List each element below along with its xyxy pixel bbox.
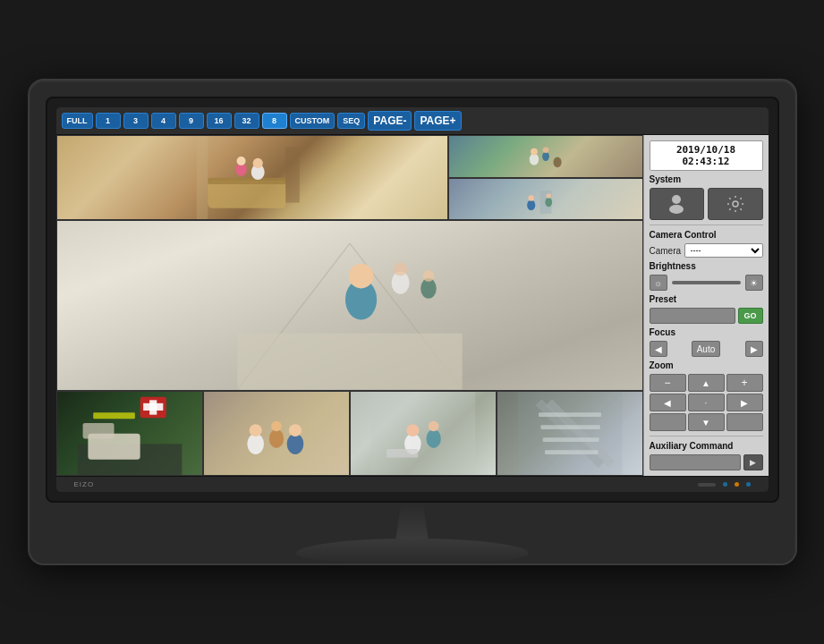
svg-rect-45 bbox=[387, 449, 418, 457]
svg-point-11 bbox=[531, 148, 538, 156]
camera-cell-5[interactable] bbox=[56, 391, 203, 476]
svg-point-39 bbox=[288, 424, 301, 436]
svg-rect-33 bbox=[93, 412, 135, 419]
svg-point-37 bbox=[249, 424, 261, 436]
screen: FULL 1 3 4 9 16 32 8 CUSTOM SEQ PAGE- PA… bbox=[56, 107, 769, 492]
svg-rect-48 bbox=[517, 392, 622, 475]
zoom-center-button[interactable]: · bbox=[688, 394, 725, 411]
svg-point-12 bbox=[542, 147, 548, 153]
focus-auto-button[interactable]: Auto bbox=[692, 341, 720, 357]
layout-32-button[interactable]: 32 bbox=[234, 113, 259, 129]
toolbar: FULL 1 3 4 9 16 32 8 CUSTOM SEQ PAGE- PA… bbox=[56, 107, 769, 135]
camera-cell-2[interactable] bbox=[56, 220, 643, 391]
svg-rect-50 bbox=[540, 425, 599, 429]
svg-rect-51 bbox=[542, 437, 599, 442]
svg-point-15 bbox=[545, 197, 552, 206]
camera-cell-1[interactable] bbox=[56, 135, 448, 220]
svg-point-9 bbox=[542, 152, 549, 161]
svg-point-26 bbox=[422, 271, 434, 283]
auxiliary-send-button[interactable]: ▶ bbox=[743, 454, 763, 470]
svg-point-36 bbox=[286, 433, 303, 453]
svg-point-53 bbox=[672, 195, 681, 204]
zoom-tele-button[interactable] bbox=[650, 413, 686, 431]
layout-3-button[interactable]: 3 bbox=[123, 113, 149, 129]
brightness-controls: ☼ ☀ bbox=[650, 275, 763, 291]
layout-8-button[interactable]: 8 bbox=[262, 113, 287, 129]
camera-cell-3[interactable] bbox=[448, 135, 643, 178]
indicator-blue2 bbox=[746, 482, 751, 487]
svg-point-5 bbox=[252, 158, 262, 168]
system-buttons bbox=[650, 188, 763, 220]
divider-1 bbox=[650, 225, 763, 225]
svg-point-3 bbox=[236, 157, 245, 165]
zoom-in-button[interactable]: + bbox=[726, 374, 763, 392]
svg-point-14 bbox=[527, 199, 535, 210]
preset-input[interactable] bbox=[650, 308, 735, 324]
bottom-indicators bbox=[698, 482, 751, 487]
brightness-up-button[interactable]: ☀ bbox=[745, 275, 763, 291]
brightness-down-button[interactable]: ☼ bbox=[650, 275, 667, 291]
system-label: System bbox=[650, 174, 763, 184]
layout-1-button[interactable]: 1 bbox=[96, 113, 121, 129]
camera-cell-6[interactable] bbox=[203, 391, 350, 476]
zoom-left-button[interactable]: ◀ bbox=[650, 394, 686, 411]
focus-near-button[interactable]: ◀ bbox=[650, 341, 667, 357]
svg-point-42 bbox=[426, 429, 440, 448]
layout-4-button[interactable]: 4 bbox=[151, 113, 176, 129]
camera-cell-8[interactable] bbox=[497, 391, 643, 476]
svg-point-34 bbox=[247, 433, 264, 453]
svg-rect-49 bbox=[539, 412, 601, 417]
svg-rect-52 bbox=[545, 450, 598, 454]
screen-bezel: FULL 1 3 4 9 16 32 8 CUSTOM SEQ PAGE- PA… bbox=[46, 97, 779, 503]
focus-far-button[interactable]: ▶ bbox=[745, 341, 763, 357]
camera-label: Camera bbox=[650, 246, 682, 256]
svg-rect-29 bbox=[82, 423, 114, 438]
auxiliary-input[interactable] bbox=[650, 454, 741, 470]
indicator-orange bbox=[735, 482, 739, 487]
user-button[interactable] bbox=[650, 188, 705, 220]
svg-point-44 bbox=[428, 420, 438, 431]
auxiliary-command-label: Auxiliary Command bbox=[650, 441, 763, 451]
svg-rect-20 bbox=[237, 334, 462, 390]
svg-point-17 bbox=[546, 193, 550, 198]
monitor-base bbox=[296, 538, 529, 564]
zoom-up-button[interactable]: ▲ bbox=[688, 374, 725, 392]
svg-point-43 bbox=[406, 424, 419, 436]
svg-point-55 bbox=[733, 201, 738, 207]
settings-button[interactable] bbox=[708, 188, 763, 220]
layout-full-button[interactable]: FULL bbox=[62, 113, 93, 129]
preset-controls: GO bbox=[650, 308, 763, 324]
indicator-blue bbox=[723, 482, 727, 487]
svg-point-35 bbox=[268, 429, 283, 448]
zoom-out-button[interactable]: − bbox=[650, 374, 686, 392]
zoom-wide-button[interactable] bbox=[726, 413, 763, 431]
layout-9-button[interactable]: 9 bbox=[179, 113, 204, 129]
svg-rect-32 bbox=[143, 403, 163, 411]
zoom-down-button[interactable]: ▼ bbox=[688, 413, 725, 431]
camera-select-row: Camera ---- Camera 1 Camera 2 Camera 3 bbox=[650, 243, 763, 258]
focus-controls: ◀ Auto ▶ bbox=[650, 341, 763, 357]
layout-custom-button[interactable]: CUSTOM bbox=[290, 113, 336, 129]
divider-2 bbox=[650, 436, 763, 436]
svg-point-38 bbox=[271, 420, 282, 431]
svg-point-22 bbox=[348, 264, 373, 289]
page-prev-button[interactable]: PAGE- bbox=[368, 111, 412, 131]
preset-go-button[interactable]: GO bbox=[738, 308, 763, 324]
datetime-display: 2019/10/18 02:43:12 bbox=[650, 140, 763, 171]
layout-seq-button[interactable]: SEQ bbox=[337, 113, 365, 129]
zoom-right-button[interactable]: ▶ bbox=[726, 394, 763, 411]
camera-select[interactable]: ---- Camera 1 Camera 2 Camera 3 bbox=[684, 243, 763, 258]
focus-label: Focus bbox=[650, 327, 763, 337]
video-grid bbox=[56, 135, 643, 476]
page-next-button[interactable]: PAGE+ bbox=[414, 111, 461, 131]
brightness-slider[interactable] bbox=[672, 281, 741, 284]
camera-cell-4[interactable] bbox=[448, 178, 643, 221]
svg-point-10 bbox=[553, 157, 561, 167]
monitor-neck bbox=[386, 503, 439, 538]
svg-rect-6 bbox=[285, 147, 300, 202]
svg-rect-7 bbox=[196, 136, 207, 219]
layout-16-button[interactable]: 16 bbox=[207, 113, 232, 129]
svg-rect-1 bbox=[208, 178, 285, 184]
svg-point-24 bbox=[394, 263, 407, 276]
camera-cell-7[interactable] bbox=[350, 391, 497, 476]
